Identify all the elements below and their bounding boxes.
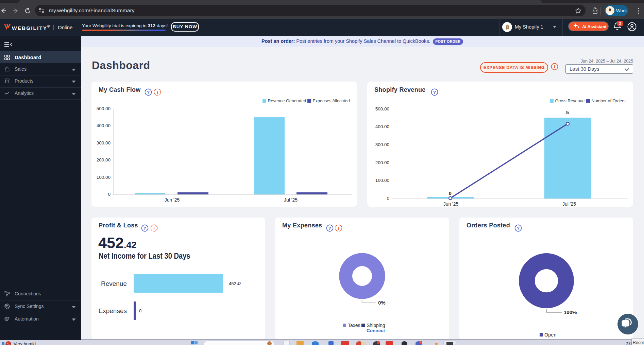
svg-text:S: S: [507, 26, 508, 29]
svg-text:?: ?: [147, 90, 150, 95]
svg-text:0%: 0%: [378, 300, 386, 306]
svg-text:i: i: [157, 90, 158, 95]
svg-text:?: ?: [143, 226, 146, 231]
svg-text:i: i: [554, 64, 555, 69]
svg-text:i: i: [153, 226, 155, 231]
svg-text:100%: 100%: [564, 309, 577, 315]
